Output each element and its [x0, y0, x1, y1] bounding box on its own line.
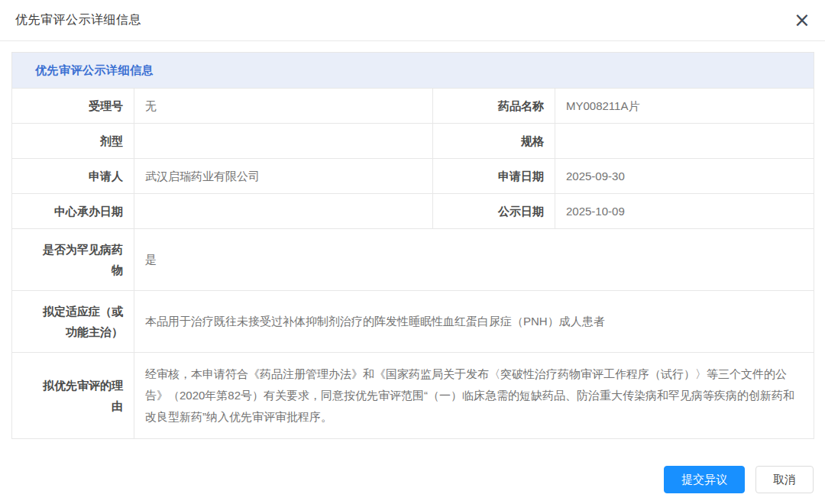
field-value-publicity-date: 2025-10-09 — [555, 194, 814, 229]
field-label-publicity-date: 公示日期 — [433, 194, 555, 229]
field-label-applicant: 申请人 — [12, 159, 134, 194]
table-row: 受理号 无 药品名称 MY008211A片 — [12, 89, 814, 124]
close-icon[interactable]: × — [790, 8, 814, 32]
field-value-center-undertake-date — [134, 194, 433, 229]
field-label-center-undertake-date: 中心承办日期 — [12, 194, 134, 229]
table-row: 拟优先审评的理由 经审核，本申请符合《药品注册管理办法》和《国家药监局关于发布〈… — [12, 353, 814, 439]
field-value-dosage-form — [134, 124, 433, 159]
table-row: 拟定适应症（或功能主治） 本品用于治疗既往未接受过补体抑制剂治疗的阵发性睡眠性血… — [12, 291, 814, 353]
table-row: 剂型 规格 — [12, 124, 814, 159]
field-label-dosage-form: 剂型 — [12, 124, 134, 159]
dialog-title: 优先审评公示详细信息 — [15, 12, 141, 28]
field-label-application-date: 申请日期 — [433, 159, 555, 194]
field-value-indication: 本品用于治疗既往未接受过补体抑制剂治疗的阵发性睡眠性血红蛋白尿症（PNH）成人患… — [134, 291, 814, 353]
dialog-footer: 提交异议 取消 — [664, 466, 814, 493]
field-value-rare-disease: 是 — [134, 229, 814, 291]
field-label-priority-review-reason: 拟优先审评的理由 — [12, 353, 134, 439]
table-section-header-row: 优先审评公示详细信息 — [12, 53, 814, 89]
dialog-header: 优先审评公示详细信息 — [0, 0, 825, 41]
detail-table-container: 优先审评公示详细信息 受理号 无 药品名称 MY008211A片 剂型 规格 申… — [11, 52, 814, 439]
field-value-acceptance-no: 无 — [134, 89, 433, 124]
field-value-drug-name: MY008211A片 — [555, 89, 814, 124]
priority-review-detail-table: 优先审评公示详细信息 受理号 无 药品名称 MY008211A片 剂型 规格 申… — [11, 52, 814, 439]
field-label-rare-disease: 是否为罕见病药物 — [12, 229, 134, 291]
field-value-specification — [555, 124, 814, 159]
field-label-indication: 拟定适应症（或功能主治） — [12, 291, 134, 353]
field-value-application-date: 2025-09-30 — [555, 159, 814, 194]
field-value-priority-review-reason: 经审核，本申请符合《药品注册管理办法》和《国家药监局关于发布〈突破性治疗药物审评… — [134, 353, 814, 439]
field-value-applicant: 武汉启瑞药业有限公司 — [134, 159, 433, 194]
field-label-drug-name: 药品名称 — [433, 89, 555, 124]
field-label-acceptance-no: 受理号 — [12, 89, 134, 124]
table-row: 是否为罕见病药物 是 — [12, 229, 814, 291]
table-row: 申请人 武汉启瑞药业有限公司 申请日期 2025-09-30 — [12, 159, 814, 194]
table-row: 中心承办日期 公示日期 2025-10-09 — [12, 194, 814, 229]
table-section-header: 优先审评公示详细信息 — [12, 53, 814, 89]
submit-objection-button[interactable]: 提交异议 — [664, 466, 745, 493]
cancel-button[interactable]: 取消 — [755, 466, 814, 493]
priority-review-detail-dialog: 优先审评公示详细信息 × 优先审评公示详细信息 受理号 无 药品名称 MY008… — [0, 0, 825, 504]
field-label-specification: 规格 — [433, 124, 555, 159]
